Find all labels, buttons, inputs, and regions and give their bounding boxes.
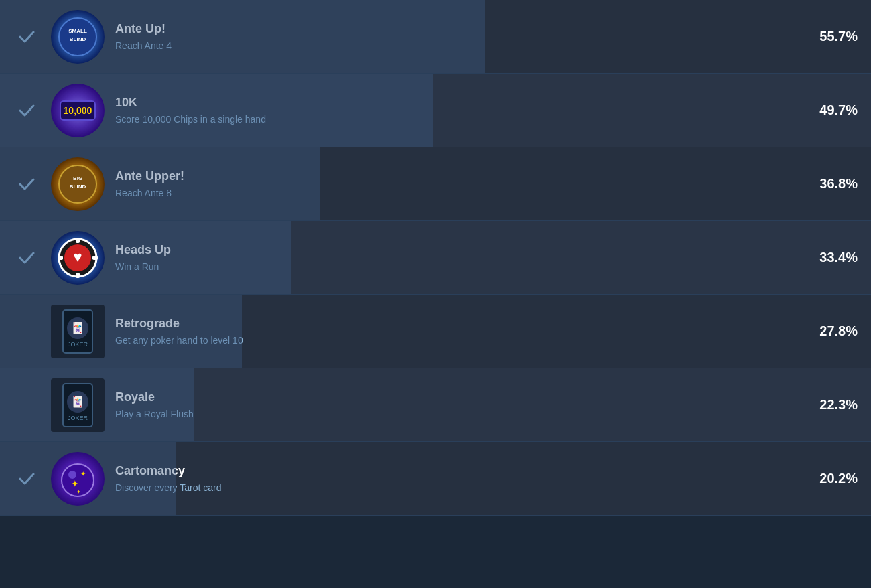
achievement-icon-cartomancy: ✦ ✦ ✦ — [51, 452, 105, 506]
achievement-row-heads-up: ♥ Heads UpWin a Run33.4% — [0, 221, 871, 295]
achievement-icon-retrograde: 🃏 JOKER — [51, 305, 105, 358]
check-icon-heads-up — [13, 250, 40, 266]
svg-rect-18 — [92, 256, 98, 260]
achievement-info-10k: 10KScore 10,000 Chips in a single hand — [115, 96, 806, 125]
svg-text:✦: ✦ — [76, 489, 81, 495]
achievement-desc-cartomancy: Discover every Tarot card — [115, 482, 806, 493]
svg-text:SMALL: SMALL — [68, 28, 87, 34]
achievement-name-ante-up: Ante Up! — [115, 22, 806, 36]
check-icon-10k — [13, 102, 40, 119]
achievement-info-heads-up: Heads UpWin a Run — [115, 243, 806, 272]
achievement-list: SMALL BLIND Ante Up!Reach Ante 455.7% 10… — [0, 0, 871, 516]
achievement-percent-retrograde: 27.8% — [806, 323, 858, 339]
svg-rect-15 — [76, 238, 80, 243]
achievement-info-ante-up: Ante Up!Reach Ante 4 — [115, 22, 806, 51]
svg-rect-16 — [76, 273, 80, 278]
achievement-icon-ante-up: SMALL BLIND — [51, 10, 105, 64]
achievement-percent-10k: 49.7% — [806, 102, 858, 118]
achievement-percent-cartomancy: 20.2% — [806, 471, 858, 486]
achievement-info-retrograde: RetrogradeGet any poker hand to level 10 — [115, 317, 806, 346]
achievement-desc-10k: Score 10,000 Chips in a single hand — [115, 114, 806, 125]
achievement-name-heads-up: Heads Up — [115, 243, 806, 257]
check-icon-cartomancy — [13, 471, 40, 487]
svg-text:🃏: 🃏 — [71, 395, 84, 408]
achievement-name-10k: 10K — [115, 96, 806, 110]
svg-text:BIG: BIG — [73, 175, 82, 181]
achievement-row-ante-up: SMALL BLIND Ante Up!Reach Ante 455.7% — [0, 0, 871, 74]
achievement-percent-ante-up: 55.7% — [806, 29, 858, 44]
achievement-name-retrograde: Retrograde — [115, 317, 806, 331]
check-icon-ante-up — [13, 29, 40, 45]
check-icon-ante-upper — [13, 176, 40, 192]
achievement-desc-retrograde: Get any poker hand to level 10 — [115, 335, 806, 346]
achievement-info-cartomancy: CartomancyDiscover every Tarot card — [115, 464, 806, 493]
svg-text:♥: ♥ — [73, 248, 82, 265]
svg-text:🃏: 🃏 — [71, 321, 84, 334]
achievement-desc-royale: Play a Royal Flush — [115, 409, 806, 419]
svg-text:✦: ✦ — [80, 470, 86, 477]
achievement-info-royale: RoyalePlay a Royal Flush — [115, 390, 806, 419]
achievement-icon-10k: 10,000 — [51, 84, 105, 137]
achievement-desc-heads-up: Win a Run — [115, 261, 806, 272]
svg-text:JOKER: JOKER — [68, 415, 88, 421]
achievement-name-ante-upper: Ante Upper! — [115, 169, 806, 183]
svg-text:✦: ✦ — [71, 478, 79, 489]
achievement-desc-ante-up: Reach Ante 4 — [115, 40, 806, 51]
achievement-row-ante-upper: BIG BLIND Ante Upper!Reach Ante 836.8% — [0, 147, 871, 221]
svg-text:10,000: 10,000 — [64, 105, 92, 116]
achievement-row-cartomancy: ✦ ✦ ✦ CartomancyDiscover every Tarot car… — [0, 442, 871, 516]
achievement-info-ante-upper: Ante Upper!Reach Ante 8 — [115, 169, 806, 198]
achievement-name-cartomancy: Cartomancy — [115, 464, 806, 478]
achievement-desc-ante-upper: Reach Ante 8 — [115, 188, 806, 198]
svg-text:JOKER: JOKER — [68, 341, 88, 348]
achievement-icon-ante-upper: BIG BLIND — [51, 157, 105, 211]
achievement-name-royale: Royale — [115, 390, 806, 405]
achievement-percent-ante-upper: 36.8% — [806, 176, 858, 192]
achievement-percent-heads-up: 33.4% — [806, 250, 858, 265]
achievement-percent-royale: 22.3% — [806, 397, 858, 413]
achievement-icon-royale: 🃏 JOKER — [51, 378, 105, 432]
achievement-icon-heads-up: ♥ — [51, 231, 105, 285]
achievement-row-retrograde: 🃏 JOKER RetrogradeGet any poker hand to … — [0, 295, 871, 368]
achievement-row-royale: 🃏 JOKER RoyalePlay a Royal Flush22.3% — [0, 368, 871, 442]
svg-text:BLIND: BLIND — [70, 183, 86, 190]
svg-text:BLIND: BLIND — [70, 36, 86, 42]
achievement-row-10k: 10,000 10KScore 10,000 Chips in a single… — [0, 74, 871, 147]
svg-rect-17 — [58, 256, 63, 260]
